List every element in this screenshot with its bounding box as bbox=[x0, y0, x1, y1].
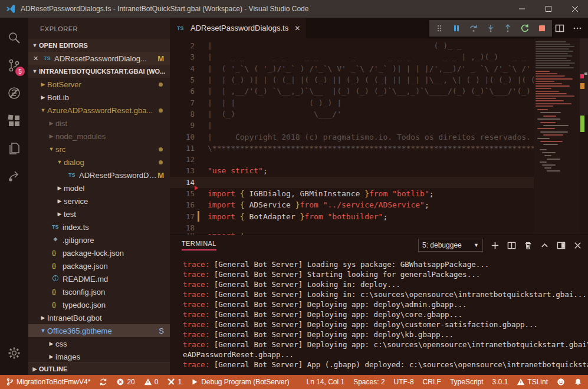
activity-pages[interactable] bbox=[0, 134, 28, 162]
tree-item-service[interactable]: ▶service bbox=[28, 194, 170, 207]
tree-item-adresetpassworddial-[interactable]: TSADResetPasswordDial...M bbox=[28, 169, 170, 182]
tree-item-azureadpasswordreset-gba-[interactable]: ▼AzureADPasswordReset.gba... bbox=[28, 104, 170, 117]
modified-badge: M bbox=[157, 54, 164, 63]
status-0[interactable]: 0 bbox=[144, 378, 159, 386]
tab-close-icon[interactable]: ✕ bbox=[294, 24, 300, 32]
tree-item-dist[interactable]: ▶dist bbox=[28, 117, 170, 130]
close-button[interactable] bbox=[573, 241, 582, 250]
tree-item-src[interactable]: ▼src bbox=[28, 143, 170, 156]
tree-item-botlib[interactable]: ▶BotLib bbox=[28, 91, 170, 104]
tree-item-label: IntranetBot.gbot bbox=[47, 314, 102, 322]
open-editor-item[interactable]: ✕ TS ADResetPasswordDialog... M bbox=[28, 52, 170, 65]
pause-button[interactable] bbox=[449, 21, 464, 35]
more-button[interactable] bbox=[573, 24, 582, 33]
status-3-0-1[interactable]: 3.0.1 bbox=[492, 378, 508, 386]
code-editor[interactable]: 2| ( )_ _3| _ _ _ _ _ _ _ _ _ _ _ _ | ,_… bbox=[170, 38, 588, 235]
terminal-line: trace: [General Bot Server] Deploying ap… bbox=[183, 310, 588, 320]
terminal-selector[interactable]: 5: debuggee ▼ bbox=[418, 239, 483, 252]
status-tslint[interactable]: TSLint bbox=[517, 378, 548, 386]
minimap[interactable] bbox=[534, 38, 580, 235]
status-smiley[interactable] bbox=[557, 378, 565, 386]
step-over-button[interactable] bbox=[467, 21, 481, 35]
status-utf-8[interactable]: UTF-8 bbox=[394, 378, 414, 386]
tree-item-package-json[interactable]: {}package.json bbox=[28, 259, 170, 272]
activity-search[interactable] bbox=[0, 24, 28, 51]
tree-item-dialog[interactable]: ▼dialog bbox=[28, 156, 170, 169]
activity-source-control[interactable]: 5 bbox=[0, 51, 28, 79]
workspace-header[interactable]: ▼ INTRANETBOTQUICKSTART.GBAI (WO... bbox=[28, 65, 170, 78]
tree-item-css[interactable]: ▶css bbox=[28, 337, 170, 350]
code-text: | Copyright 2018 (c) pragmatismo.io. Tod… bbox=[208, 133, 531, 141]
activity-debug[interactable] bbox=[0, 79, 28, 107]
tree-item-images[interactable]: ▶images bbox=[28, 350, 170, 362]
json-file-icon: {} bbox=[52, 302, 63, 308]
tree-item-package-lock-json[interactable]: {}package-lock.json bbox=[28, 246, 170, 259]
tree-item-model[interactable]: ▶model bbox=[28, 182, 170, 194]
tab-terminal[interactable]: TERMINAL bbox=[182, 240, 216, 250]
line-number: 6 bbox=[170, 87, 195, 95]
activity-settings[interactable] bbox=[0, 339, 28, 367]
tree-item-label: images bbox=[55, 352, 80, 361]
tree-item-office365-gbtheme[interactable]: ▼Office365.gbthemeS bbox=[28, 324, 170, 337]
minimize-button[interactable] bbox=[508, 0, 535, 18]
line-number: 7 bbox=[170, 98, 195, 107]
chevron-down-icon: ▼ bbox=[39, 107, 47, 113]
tab-adresetpassworddialogs[interactable]: TS ADResetPasswordDialogs.ts ✕ bbox=[170, 18, 306, 38]
split-editor-button[interactable] bbox=[507, 241, 516, 250]
code-line: 10| Copyright 2018 (c) pragmatismo.io. T… bbox=[170, 131, 534, 142]
stop-button[interactable] bbox=[535, 21, 549, 35]
tree-item-botserver[interactable]: ▶BotServer bbox=[28, 78, 170, 91]
vscode-logo-icon bbox=[6, 4, 15, 14]
status-ln-14-col-1[interactable]: Ln 14, Col 1 bbox=[306, 378, 344, 386]
step-into-button[interactable] bbox=[484, 21, 498, 35]
tree-item-readme-md[interactable]: README.md bbox=[28, 272, 170, 285]
chevron-right-icon: ▶ bbox=[47, 341, 55, 347]
debug-toolbar bbox=[429, 20, 552, 37]
overview-ruler[interactable] bbox=[580, 38, 588, 235]
status-bell[interactable] bbox=[574, 378, 582, 386]
title-bar[interactable]: ADResetPasswordDialogs.ts - IntranetBotQ… bbox=[0, 0, 588, 18]
chevron-right-icon: ▶ bbox=[47, 354, 55, 360]
tree-item-label: .gitignore bbox=[63, 236, 94, 245]
status-crlf[interactable]: CRLF bbox=[423, 378, 441, 386]
open-editors-header[interactable]: ▼ OPEN EDITORS bbox=[28, 39, 170, 52]
line-number: 9 bbox=[170, 121, 195, 130]
step-out-button[interactable] bbox=[501, 21, 515, 35]
status-sync[interactable] bbox=[99, 378, 107, 386]
status-20[interactable]: 20 bbox=[116, 378, 134, 386]
tree-item-tsconfig-json[interactable]: {}tsconfig.json bbox=[28, 285, 170, 298]
tree-item-typedoc-json[interactable]: {}typedoc.json bbox=[28, 298, 170, 311]
status-1[interactable]: 1 bbox=[167, 378, 182, 386]
close-icon[interactable]: ✕ bbox=[33, 55, 41, 62]
maximize-button[interactable] bbox=[535, 0, 561, 18]
modified-dot-badge bbox=[159, 147, 163, 151]
git-file-icon bbox=[52, 236, 63, 244]
activity-extensions[interactable] bbox=[0, 107, 28, 134]
status-bar: MigrationToBotFmwV4*2001Debug Program (B… bbox=[0, 375, 588, 389]
tree-item-label: README.md bbox=[63, 275, 108, 283]
close-button[interactable] bbox=[561, 0, 588, 18]
status-spaces-2[interactable]: Spaces: 2 bbox=[353, 378, 385, 386]
tree-item--gitignore[interactable]: .gitignore bbox=[28, 233, 170, 246]
plus-button[interactable] bbox=[491, 241, 500, 250]
restart-button[interactable] bbox=[518, 21, 532, 35]
trash-button[interactable] bbox=[524, 241, 533, 250]
outline-header[interactable]: ▶ OUTLINE bbox=[28, 362, 170, 375]
chevron-up-button[interactable] bbox=[540, 241, 549, 250]
status-debug-program-botserver-[interactable]: Debug Program (BotServer) bbox=[190, 378, 289, 386]
activity-share[interactable] bbox=[0, 162, 28, 190]
terminal-line: trace: [General Bot Server] Looking in: … bbox=[183, 280, 588, 290]
tree-item-test[interactable]: ▶test bbox=[28, 207, 170, 220]
panel-button[interactable] bbox=[557, 241, 566, 250]
split-editor-button[interactable] bbox=[555, 24, 564, 33]
status-typescript[interactable]: TypeScript bbox=[450, 378, 484, 386]
grip-button[interactable] bbox=[432, 21, 446, 35]
tree-item-node-modules[interactable]: ▶node_modules bbox=[28, 130, 170, 143]
vscode-window: ADResetPasswordDialogs.ts - IntranetBotQ… bbox=[0, 0, 588, 389]
tree-item-index-ts[interactable]: TSindex.ts bbox=[28, 220, 170, 233]
tree-item-label: dialog bbox=[64, 158, 84, 167]
status-migrationtobotfmwv4-[interactable]: MigrationToBotFmwV4* bbox=[6, 378, 90, 386]
terminal-output[interactable]: trace: [General Bot Server] Loading sys … bbox=[170, 255, 588, 375]
code-text: | | (_) )| | ( (_| |( (_) || (_) ( (_| |… bbox=[208, 75, 536, 84]
tree-item-intranetbot-gbot[interactable]: ▶IntranetBot.gbot bbox=[28, 311, 170, 324]
